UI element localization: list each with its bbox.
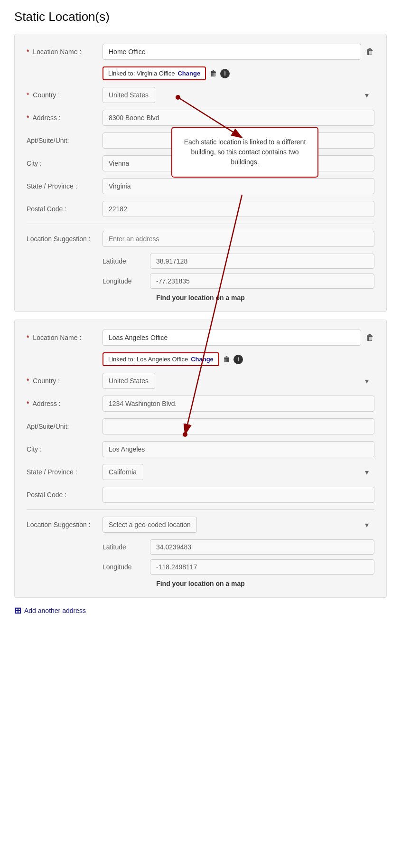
address-row-1: * Address : xyxy=(27,110,374,126)
apt-input-2[interactable] xyxy=(103,418,374,434)
location-name-label-1: * Location Name : xyxy=(27,48,103,56)
linked-label-1: Linked to: Virginia Office xyxy=(108,70,175,77)
latitude-label-2: Latitude xyxy=(103,543,150,551)
state-row-1: State / Province : xyxy=(27,178,374,194)
find-map-link-2[interactable]: Find your location on a map xyxy=(156,580,245,587)
location-name-row-2: * Location Name : 🗑 xyxy=(27,330,374,346)
add-address-row[interactable]: ⊞ Add another address xyxy=(14,605,387,616)
country-select-1[interactable]: United States xyxy=(103,87,155,103)
country-row-1: * Country : United States xyxy=(27,87,374,103)
apt-label-1: Apt/Suite/Unit: xyxy=(27,137,103,144)
linked-label-2: Linked to: Los Angeles Office xyxy=(108,356,188,363)
tooltip-box: Each static location is linked to a diff… xyxy=(171,127,318,178)
country-select-wrapper-2: United States xyxy=(103,373,374,389)
city-label-2: City : xyxy=(27,445,103,453)
state-row-2: State / Province : California xyxy=(27,464,374,480)
address-label-1: * Address : xyxy=(27,114,103,122)
delete-linked-2-icon[interactable]: 🗑 xyxy=(223,355,231,364)
postal-row-2: Postal Code : xyxy=(27,487,374,503)
apt-row-2: Apt/Suite/Unit: xyxy=(27,418,374,434)
linked-badge-1: Linked to: Virginia Office Change xyxy=(103,66,206,80)
city-input-2[interactable] xyxy=(103,441,374,457)
longitude-row-2: Longitude xyxy=(103,559,374,575)
country-label-1: * Country : xyxy=(27,91,103,99)
location-name-input-2[interactable] xyxy=(103,330,361,346)
longitude-label-1: Longitude xyxy=(103,277,150,285)
city-label-1: City : xyxy=(27,160,103,167)
add-address-label: Add another address xyxy=(24,607,86,614)
longitude-label-2: Longitude xyxy=(103,563,150,571)
tooltip-text: Each static location is linked to a diff… xyxy=(184,138,306,166)
apt-label-2: Apt/Suite/Unit: xyxy=(27,423,103,430)
info-icon-1[interactable]: i xyxy=(220,69,230,78)
postal-row-1: Postal Code : xyxy=(27,201,374,217)
location-block-2: * Location Name : 🗑 Linked to: Los Angel… xyxy=(14,320,387,598)
linked-row-2: Linked to: Los Angeles Office Change 🗑 i xyxy=(103,352,374,366)
postal-input-1[interactable] xyxy=(103,201,374,217)
latitude-row-1: Latitude xyxy=(103,254,374,269)
longitude-row-1: Longitude xyxy=(103,274,374,289)
find-map-row-1: Find your location on a map xyxy=(27,293,374,302)
latitude-input-1[interactable] xyxy=(150,254,374,269)
linked-row-1: Linked to: Virginia Office Change 🗑 i xyxy=(103,66,374,80)
country-row-2: * Country : United States xyxy=(27,373,374,389)
state-select-wrapper-2: California xyxy=(103,464,374,480)
change-button-2[interactable]: Change xyxy=(191,356,214,363)
longitude-input-2[interactable] xyxy=(150,559,374,575)
info-icon-2[interactable]: i xyxy=(233,355,243,364)
address-label-2: * Address : xyxy=(27,400,103,407)
state-label-1: State / Province : xyxy=(27,182,103,190)
suggestion-row-2: Location Suggestion : Select a geo-coded… xyxy=(27,517,374,533)
delete-location-1-icon[interactable]: 🗑 xyxy=(366,47,374,57)
country-select-wrapper-1: United States xyxy=(103,87,374,103)
address-input-2[interactable] xyxy=(103,396,374,412)
suggestion-label-1: Location Suggestion : xyxy=(27,235,103,243)
country-select-2[interactable]: United States xyxy=(103,373,155,389)
postal-input-2[interactable] xyxy=(103,487,374,503)
location-name-label-2: * Location Name : xyxy=(27,334,103,341)
latitude-row-2: Latitude xyxy=(103,539,374,555)
postal-label-2: Postal Code : xyxy=(27,491,103,499)
state-label-2: State / Province : xyxy=(27,468,103,476)
state-select-2[interactable]: California xyxy=(103,464,143,480)
suggestion-row-1: Location Suggestion : xyxy=(27,231,374,247)
country-label-2: * Country : xyxy=(27,377,103,385)
suggestion-input-1[interactable] xyxy=(103,231,374,247)
suggestion-select-2[interactable]: Select a geo-coded location xyxy=(103,517,197,533)
add-address-icon: ⊞ xyxy=(14,605,21,616)
delete-location-2-icon[interactable]: 🗑 xyxy=(366,333,374,343)
address-input-1[interactable] xyxy=(103,110,374,126)
page-title: Static Location(s) xyxy=(14,9,387,24)
location-name-input-1[interactable] xyxy=(103,44,361,60)
required-star: * xyxy=(27,48,29,56)
state-input-1[interactable] xyxy=(103,178,374,194)
location-block-1: Each static location is linked to a diff… xyxy=(14,34,387,312)
latitude-label-1: Latitude xyxy=(103,257,150,265)
delete-linked-1-icon[interactable]: 🗑 xyxy=(210,69,217,78)
city-row-2: City : xyxy=(27,441,374,457)
suggestion-select-wrapper-2: Select a geo-coded location xyxy=(103,517,374,533)
postal-label-1: Postal Code : xyxy=(27,205,103,213)
latitude-input-2[interactable] xyxy=(150,539,374,555)
change-button-1[interactable]: Change xyxy=(177,70,200,77)
suggestion-label-2: Location Suggestion : xyxy=(27,521,103,528)
location-name-row-1: * Location Name : 🗑 xyxy=(27,44,374,60)
find-map-row-2: Find your location on a map xyxy=(27,579,374,588)
find-map-link-1[interactable]: Find your location on a map xyxy=(156,294,245,302)
longitude-input-1[interactable] xyxy=(150,274,374,289)
linked-badge-2: Linked to: Los Angeles Office Change xyxy=(103,352,219,366)
address-row-2: * Address : xyxy=(27,396,374,412)
